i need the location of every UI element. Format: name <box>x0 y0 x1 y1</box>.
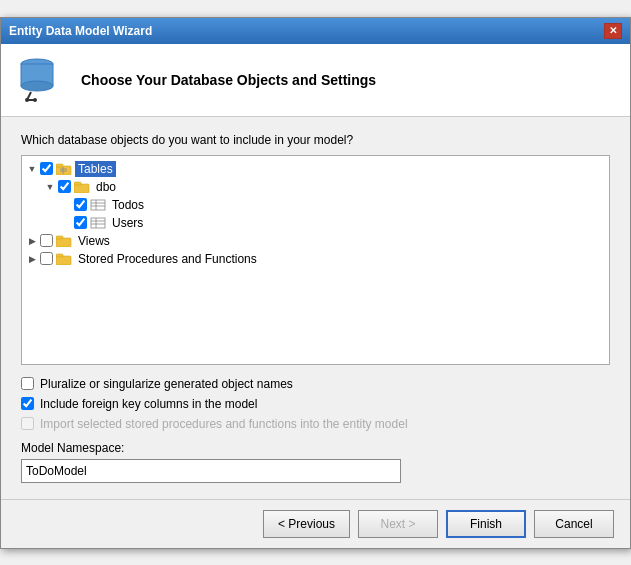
tables-checkbox[interactable] <box>40 162 53 175</box>
sp-label[interactable]: Stored Procedures and Functions <box>75 251 260 267</box>
dbo-checkbox[interactable] <box>58 180 71 193</box>
svg-rect-13 <box>74 182 81 185</box>
users-label[interactable]: Users <box>109 215 146 231</box>
svg-rect-8 <box>56 164 63 167</box>
tree-section-label: Which database objects do you want to in… <box>21 133 610 147</box>
import-sp-option: Import selected stored procedures and fu… <box>21 417 610 431</box>
pluralize-checkbox[interactable] <box>21 377 34 390</box>
expand-sp-icon: ▶ <box>26 253 38 265</box>
dbo-label[interactable]: dbo <box>93 179 119 195</box>
sp-folder-icon <box>56 253 72 265</box>
sp-checkbox[interactable] <box>40 252 53 265</box>
svg-rect-14 <box>91 200 105 210</box>
database-objects-tree[interactable]: ▼ Tables ▼ <box>21 155 610 365</box>
dbo-children: Todos Users <box>62 196 605 232</box>
tree-item-todos[interactable]: Todos <box>62 196 605 214</box>
namespace-input[interactable] <box>21 459 401 483</box>
svg-point-5 <box>25 98 29 102</box>
footer: < Previous Next > Finish Cancel <box>1 499 630 548</box>
close-button[interactable]: ✕ <box>604 23 622 39</box>
todos-table-icon <box>90 199 106 211</box>
foreign-key-label: Include foreign key columns in the model <box>40 397 257 411</box>
namespace-label: Model Namespace: <box>21 441 610 455</box>
pluralize-label: Pluralize or singularize generated objec… <box>40 377 293 391</box>
namespace-section: Model Namespace: <box>21 441 610 483</box>
foreign-key-checkbox[interactable] <box>21 397 34 410</box>
svg-rect-24 <box>56 256 71 265</box>
svg-point-2 <box>21 81 53 91</box>
tables-folder-icon <box>56 163 72 175</box>
header-section: Choose Your Database Objects and Setting… <box>1 44 630 117</box>
svg-rect-23 <box>56 236 63 239</box>
title-bar: Entity Data Model Wizard ✕ <box>1 18 630 44</box>
cancel-button[interactable]: Cancel <box>534 510 614 538</box>
svg-rect-18 <box>91 218 105 228</box>
content-area: Which database objects do you want to in… <box>1 117 630 499</box>
expand-views-icon: ▶ <box>26 235 38 247</box>
tree-item-dbo[interactable]: ▼ dbo <box>44 178 605 196</box>
tree-item-views[interactable]: ▶ Views <box>26 232 605 250</box>
foreign-key-option: Include foreign key columns in the model <box>21 397 610 411</box>
tree-item-stored-procedures[interactable]: ▶ Stored Procedures and Functions <box>26 250 605 268</box>
tree-item-tables[interactable]: ▼ Tables <box>26 160 605 178</box>
users-checkbox[interactable] <box>74 216 87 229</box>
todos-label[interactable]: Todos <box>109 197 147 213</box>
next-button[interactable]: Next > <box>358 510 438 538</box>
tree-item-users[interactable]: Users <box>62 214 605 232</box>
svg-rect-12 <box>74 184 89 193</box>
views-label[interactable]: Views <box>75 233 113 249</box>
tables-children: ▼ dbo <box>44 178 605 232</box>
header-title: Choose Your Database Objects and Setting… <box>81 72 376 88</box>
expand-dbo-icon: ▼ <box>44 181 56 193</box>
dbo-folder-icon <box>74 181 90 193</box>
previous-button[interactable]: < Previous <box>263 510 350 538</box>
views-checkbox[interactable] <box>40 234 53 247</box>
database-icon <box>17 56 65 104</box>
svg-rect-22 <box>56 238 71 247</box>
svg-rect-25 <box>56 254 63 257</box>
finish-button[interactable]: Finish <box>446 510 526 538</box>
import-sp-label: Import selected stored procedures and fu… <box>40 417 408 431</box>
views-folder-icon <box>56 235 72 247</box>
svg-point-6 <box>33 98 37 102</box>
todos-checkbox[interactable] <box>74 198 87 211</box>
users-table-icon <box>90 217 106 229</box>
import-sp-checkbox[interactable] <box>21 417 34 430</box>
pluralize-option: Pluralize or singularize generated objec… <box>21 377 610 391</box>
expand-tables-icon: ▼ <box>26 163 38 175</box>
tables-label[interactable]: Tables <box>75 161 116 177</box>
title-bar-text: Entity Data Model Wizard <box>9 24 152 38</box>
svg-rect-7 <box>56 166 71 175</box>
dialog-window: Entity Data Model Wizard ✕ Choose Your D… <box>0 17 631 549</box>
